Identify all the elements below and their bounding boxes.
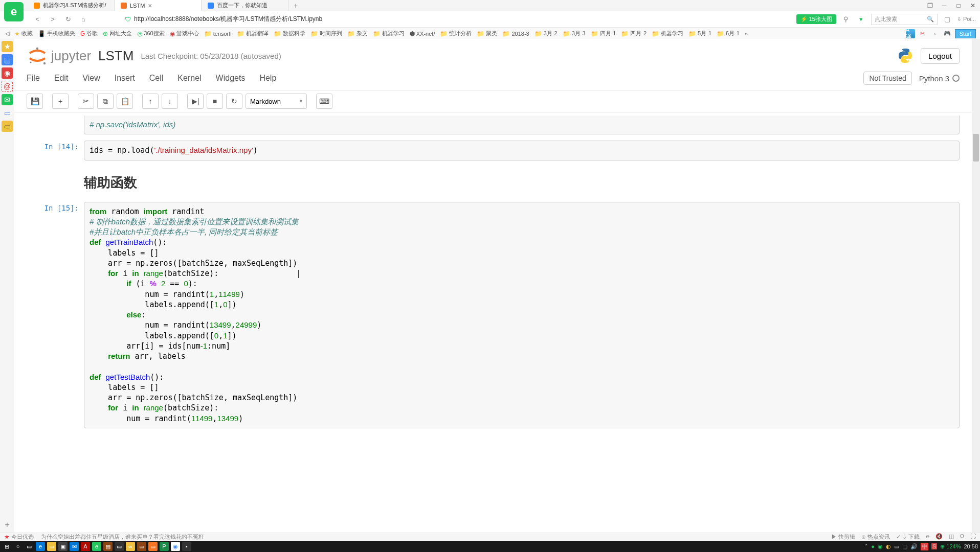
tab-lstm-analysis[interactable]: 机器学习/LSTM情感分析/ [28, 0, 115, 11]
dropdown-icon[interactable]: ▾ [856, 14, 867, 25]
bm-3-3[interactable]: 📁3月-3 [562, 30, 587, 37]
bm-360[interactable]: ◎360搜索 [136, 30, 165, 37]
browser-sidebar: ★ ▤ ◉ @ ✉ ▭ ▭ + [0, 39, 14, 40]
tab-baidu[interactable]: 百度一下，你就知道 [202, 0, 288, 11]
bookmark-bar: ◁ ★收藏 📱手机收藏夹 G谷歌 ⊕网址大全 ◎360搜索 ◉游戏中心 📁ten… [0, 28, 980, 40]
bm-tensorfl[interactable]: 📁tensorfl [203, 30, 233, 37]
home-button[interactable]: ⌂ [78, 14, 89, 25]
bm-google[interactable]: G谷歌 [79, 30, 99, 37]
bm-misc[interactable]: 📁杂文 [346, 30, 369, 37]
ext-arrow-icon[interactable]: › [930, 29, 940, 38]
refresh-button[interactable]: ↻ [62, 14, 74, 25]
start-button[interactable]: Start [955, 29, 976, 38]
jupyter-page: jupyter LSTM Last Checkpoint: 05/23/2018… [14, 39, 972, 40]
forward-button[interactable]: > [47, 14, 58, 25]
ext-translate-icon[interactable]: A译 [906, 29, 915, 38]
bm-4-1[interactable]: 📁四月-1 [590, 30, 617, 37]
shield-icon: 🛡 [125, 16, 131, 23]
window-pin-icon[interactable]: ❐ [923, 0, 937, 11]
search-icon[interactable]: 🔍 [927, 16, 934, 22]
ext-box-icon[interactable]: ▢ [942, 14, 953, 25]
bm-2018-3[interactable]: 📁2018-3 [501, 30, 530, 37]
ext-cut-icon[interactable]: ✂ [918, 29, 927, 38]
url-text: http://localhost:8888/notebooks/机器学习/LST… [134, 15, 322, 24]
bm-ml2[interactable]: 📁机器学习 [651, 30, 684, 37]
bm-3-2[interactable]: 📁3月-2 [533, 30, 559, 37]
jupyter-header: jupyter LSTM Last Checkpoint: 05/23/2018… [14, 39, 972, 40]
bm-ds[interactable]: 📁数据科学 [273, 30, 306, 37]
window-minimize-icon[interactable]: ─ [937, 0, 951, 11]
download-indicator[interactable]: ⇩ Poi... [957, 16, 976, 22]
ext-game-icon[interactable]: 🎮 [943, 29, 952, 38]
window-close-icon[interactable]: ✕ [966, 0, 980, 11]
bm-fav[interactable]: ★收藏 [13, 30, 34, 37]
close-tab-icon[interactable]: × [148, 2, 152, 10]
search-input[interactable]: 点此搜索 🔍 [871, 14, 938, 25]
share-icon[interactable]: ⚲ [840, 14, 852, 25]
browser-logo-icon[interactable]: e [4, 2, 24, 21]
bm-xxnet[interactable]: ⬢XX-net/ [409, 30, 436, 37]
bm-games[interactable]: ◉游戏中心 [169, 30, 200, 37]
tab-lstm-active[interactable]: LSTM× [115, 0, 202, 11]
image-badge[interactable]: ⚡ 15张大图 [796, 14, 836, 24]
bm-5-1[interactable]: 📁5月-1 [687, 30, 712, 37]
bm-ts[interactable]: 📁时间序列 [309, 30, 343, 37]
bm-expand[interactable]: ◁ [4, 30, 10, 37]
page-scrollbar[interactable] [972, 39, 980, 40]
bm-mobile[interactable]: 📱手机收藏夹 [37, 30, 76, 37]
bm-4-2[interactable]: 📁四月-2 [620, 30, 648, 37]
window-maximize-icon[interactable]: □ [951, 0, 966, 11]
bm-mt[interactable]: 📁机器翻译 [236, 30, 270, 37]
address-bar: e < > ↻ ⌂ 🛡 http://localhost:8888/notebo… [0, 11, 980, 28]
bm-ml[interactable]: 📁机器学习 [372, 30, 406, 37]
back-button[interactable]: < [32, 14, 43, 25]
new-tab-button[interactable]: + [288, 2, 303, 10]
bm-stats[interactable]: 📁统计分析 [439, 30, 473, 37]
url-field[interactable]: 🛡 http://localhost:8888/notebooks/机器学习/L… [121, 14, 792, 25]
bm-sites[interactable]: ⊕网址大全 [102, 30, 133, 37]
bm-6-1[interactable]: 📁6月-1 [716, 30, 741, 37]
bm-cluster[interactable]: 📁聚类 [476, 30, 498, 37]
browser-tab-strip: 机器学习/LSTM情感分析/ LSTM× 百度一下，你就知道 + ❐ ─ □ ✕ [0, 0, 980, 11]
bm-more[interactable]: » [744, 31, 749, 37]
